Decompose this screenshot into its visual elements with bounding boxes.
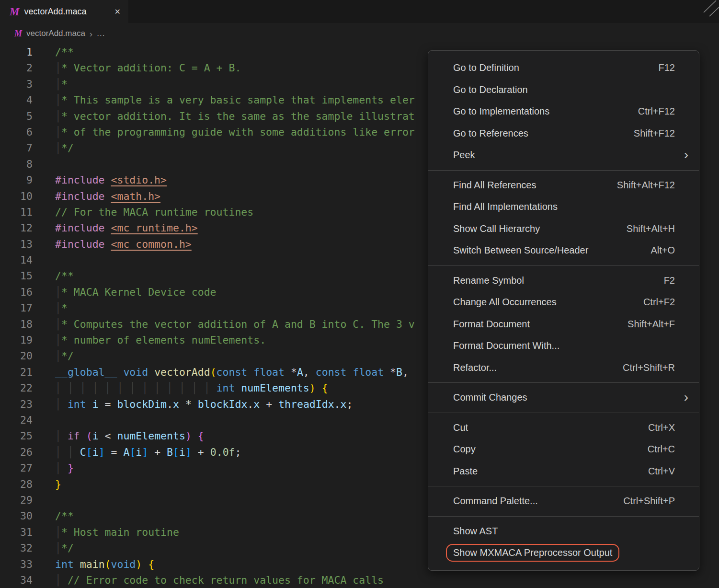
code-token: ( [210,366,217,378]
menu-item-label: Change All Occurrences [453,297,557,308]
code-token: <math.h> [111,190,161,202]
menu-item-label: Refactor... [453,362,497,373]
menu-item-show-call-hierarchy[interactable]: Show Call HierarchyShift+Alt+H [428,218,699,240]
line-number: 15 [0,268,33,284]
breadcrumb-file[interactable]: vectorAdd.maca [26,29,85,38]
menu-item-format-document[interactable]: Format DocumentShift+Alt+F [428,313,699,335]
code-text: │ │ │ │ │ │ │ │ │ │ │ │ │ int numElement… [33,380,328,396]
menu-item-find-all-references[interactable]: Find All ReferencesShift+Alt+F12 [428,174,699,196]
indent-guide: │ [55,526,61,538]
menu-item-go-to-implementations[interactable]: Go to ImplementationsCtrl+F12 [428,101,699,123]
code-token: int [68,398,86,410]
menu-item-shortcut: F12 [659,62,675,73]
context-menu: Go to DefinitionF12Go to DeclarationGo t… [428,50,699,571]
code-token: float [353,366,384,378]
menu-item-shortcut: Shift+Alt+F [628,319,675,330]
code-text: } [33,476,61,492]
menu-item-cut[interactable]: CutCtrl+X [428,417,699,439]
indent-guide: │ [55,334,61,346]
code-text: │* This sample is a very basic sample th… [33,92,415,108]
line-number: 8 [0,156,33,172]
code-text: __global__ void vectorAdd(const float *A… [33,364,409,380]
menu-item-label: Show MXMACA Preprocessor Output [446,544,619,562]
code-token: // Error code to check return values for… [68,574,384,586]
line-number: 30 [0,508,33,524]
breadcrumb-ellipsis[interactable]: ... [97,29,105,38]
menu-item-show-mxmaca-preprocessor-output[interactable]: Show MXMACA Preprocessor Output [428,542,699,564]
code-text: #include <stdio.h> [33,172,167,188]
menu-item-find-all-implementations[interactable]: Find All Implementations [428,196,699,218]
line-number: 26 [0,444,33,460]
menu-separator [428,486,699,486]
menu-item-go-to-definition[interactable]: Go to DefinitionF12 [428,57,699,79]
line-number: 17 [0,300,33,316]
tab-vectoradd-maca[interactable]: M vectorAdd.maca ✕ [0,0,128,23]
menu-item-go-to-declaration[interactable]: Go to Declaration [428,79,699,101]
code-token: * This sample is a very basic sample tha… [61,94,415,106]
menu-item-label: Commit Changes [453,392,527,403]
code-token: numElements [241,382,309,394]
line-number: 11 [0,204,33,220]
menu-item-copy[interactable]: CopyCtrl+C [428,438,699,461]
code-token: <mc_common.h> [111,238,192,250]
menu-item-refactor[interactable]: Refactor...Ctrl+Shift+R [428,357,699,379]
code-token: ) [309,382,316,394]
line-number: 33 [0,556,33,572]
code-line[interactable]: 34│ // Error code to check return values… [0,572,719,588]
menu-item-change-all-occurrences[interactable]: Change All OccurrencesCtrl+F2 [428,291,699,313]
line-number: 9 [0,172,33,188]
menu-item-shortcut: Ctrl+X [648,422,675,433]
menu-item-paste[interactable]: PasteCtrl+V [428,461,699,483]
menu-item-shortcut: Ctrl+Shift+P [623,496,675,507]
tab-title: vectorAdd.maca [24,7,86,17]
code-token: i [136,446,142,458]
close-tab-icon[interactable]: ✕ [114,7,121,16]
line-number: 16 [0,284,33,300]
menu-item-format-document-with[interactable]: Format Document With... [428,335,699,357]
line-number: 5 [0,108,33,124]
menu-item-commit-changes[interactable]: Commit Changes› [428,387,699,409]
menu-item-go-to-references[interactable]: Go to ReferencesShift+F12 [428,123,699,145]
indent-guide: │ [55,110,61,122]
code-text: │ int i = blockDim.x * blockIdx.x + thre… [33,396,353,412]
code-token: main [80,558,105,570]
menu-item-switch-between-source-header[interactable]: Switch Between Source/HeaderAlt+O [428,240,699,262]
code-text: │*/ [33,540,74,556]
code-token: = [105,446,124,458]
menu-item-label: Paste [453,466,478,477]
code-token: */ [61,142,74,154]
code-token: ) [136,558,142,570]
code-text: │*/ [33,348,74,364]
code-token: /** [55,270,74,282]
code-token: ; [235,446,241,458]
menu-item-label: Cut [453,422,468,433]
code-token [74,558,80,570]
menu-item-show-ast[interactable]: Show AST [428,520,699,542]
code-text: │* number of elements numElements. [33,332,266,348]
menu-item-rename-symbol[interactable]: Rename SymbolF2 [428,270,699,292]
indent-guide: │ [55,574,68,586]
code-token: ; [347,398,353,410]
menu-item-peek[interactable]: Peek› [428,144,699,166]
menu-item-label: Show Call Hierarchy [453,223,540,234]
code-token: int [55,558,74,570]
code-token: /** [55,46,74,58]
code-text: /** [33,268,74,284]
code-token [316,382,322,394]
code-token: * Computes the vector addition of A and … [61,318,415,330]
indent-guide: │ [55,126,61,138]
code-token: * [61,78,68,90]
menu-item-label: Show AST [453,526,498,537]
code-token: x [173,398,179,410]
code-token: int [217,382,235,394]
breadcrumb: M vectorAdd.maca › ... [0,23,719,44]
code-token: . [334,398,341,410]
code-text [33,252,55,268]
code-token: x [253,398,260,410]
code-token: blockDim [117,398,167,410]
code-token [105,174,111,186]
menu-item-label: Go to Declaration [453,84,528,95]
code-token: /** [55,510,74,522]
menu-item-command-palette[interactable]: Command Palette...Ctrl+Shift+P [428,490,699,512]
menu-item-shortcut: Alt+O [651,245,675,256]
